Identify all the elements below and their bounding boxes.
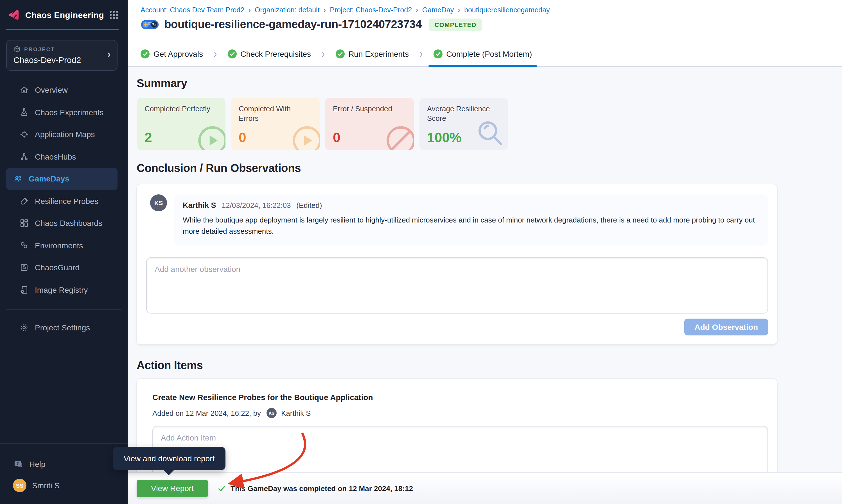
step-complete-icon (335, 50, 345, 58)
people-icon (13, 174, 23, 184)
sidebar-item-gamedays[interactable]: GameDays (6, 168, 118, 190)
sidebar-item-label: ChaosGuard (35, 263, 80, 272)
chevron-right-icon: › (416, 6, 418, 14)
scroll-area[interactable]: Summary Completed Perfectly 2 Completed … (128, 67, 842, 472)
sidebar-item-environments[interactable]: Environments (6, 234, 118, 256)
breadcrumb-project[interactable]: Project: Chaos-Dev-Prod2 (330, 6, 412, 14)
comment-body: While the boutique app deployment is lar… (183, 215, 756, 237)
chevron-right-icon: › (107, 48, 111, 61)
sidebar-item-label: Resilience Probes (35, 197, 99, 206)
breadcrumb-organization[interactable]: Organization: default (255, 6, 320, 14)
view-report-tooltip: View and download report (113, 447, 225, 470)
sidebar-item-resilience-probes[interactable]: Resilience Probes (6, 190, 118, 212)
hexagons-icon (19, 240, 29, 251)
summary-heading: Summary (137, 77, 833, 90)
play-circle-icon (289, 123, 320, 150)
main-content: Account: Chaos Dev Team Prod2 › Organiza… (128, 0, 842, 504)
stepper: Get Approvals › Check Prerequisites › Ru… (141, 41, 532, 66)
tab-label: Get Approvals (154, 50, 203, 58)
help-chat-icon: ? (13, 459, 23, 469)
image-registry-icon (19, 285, 29, 295)
flask-icon (19, 107, 29, 118)
add-observation-button[interactable]: Add Observation (684, 319, 768, 336)
view-report-button[interactable]: View Report (137, 480, 208, 497)
sidebar-item-label: Image Registry (35, 285, 88, 294)
step-complete-icon (433, 50, 442, 58)
sidebar-item-label: Chaos Experiments (35, 108, 103, 117)
add-action-item-input[interactable] (152, 426, 768, 472)
action-item-author-name: Karthik S (281, 409, 311, 417)
sidebar-item-chaos-dashboards[interactable]: Chaos Dashboards (6, 212, 118, 234)
sidebar-item-label: Chaos Dashboards (35, 219, 102, 228)
sidebar-item-project-settings[interactable]: Project Settings (6, 317, 118, 339)
summary-card-value: 2 (144, 130, 152, 145)
brand-accent-divider (6, 29, 119, 30)
module-grid-icon[interactable] (109, 10, 119, 20)
status-badge: COMPLETED (429, 18, 482, 31)
step-complete-icon (227, 50, 236, 58)
comment-timestamp: 12/03/2024, 16:22:03 (222, 201, 291, 210)
sidebar-divider (6, 309, 121, 309)
tab-run-experiments[interactable]: Run Experiments (335, 41, 409, 66)
add-observation-input[interactable] (146, 258, 768, 314)
comment-author-name: Karthik S (183, 201, 216, 210)
sidebar-item-label: ChaosHubs (35, 152, 76, 161)
home-icon (19, 85, 29, 95)
sidebar-item-label: Environments (35, 241, 83, 250)
tab-check-prerequisites[interactable]: Check Prerequisites (227, 41, 311, 66)
project-name: Chaos-Dev-Prod2 (14, 55, 110, 64)
sidebar-item-label: Application Maps (35, 130, 95, 139)
completion-status: This GameDay was completed on 12 Mar 202… (217, 484, 413, 492)
summary-cards: Completed Perfectly 2 Completed With Err… (137, 98, 833, 150)
action-items-card: Create New Resilience Probes for the Bou… (137, 379, 777, 472)
conclusion-heading: Conclusion / Run Observations (137, 162, 833, 175)
user-menu[interactable]: SS Smriti S (0, 475, 128, 496)
user-name: Smriti S (32, 481, 59, 490)
completion-text: This GameDay was completed on 12 Mar 202… (230, 484, 413, 492)
sidebar-bottom: ? Help SS Smriti S (0, 443, 128, 504)
sidebar-item-overview[interactable]: Overview (6, 79, 118, 101)
breadcrumb: Account: Chaos Dev Team Prod2 › Organiza… (141, 6, 842, 14)
project-selector[interactable]: PROJECT Chaos-Dev-Prod2 › (6, 40, 118, 71)
observation-comment: KS Karthik S 12/03/2024, 16:22:03 (Edite… (146, 194, 768, 246)
action-item-added-on: Added on 12 Mar 2024, 16:22, by (152, 409, 261, 417)
slash-circle-icon (384, 123, 414, 150)
action-items-heading: Action Items (137, 359, 833, 372)
tab-get-approvals[interactable]: Get Approvals (141, 41, 203, 66)
action-item-author-avatar: KS (266, 408, 277, 418)
sidebar-item-chaoshubs[interactable]: ChaosHubs (6, 145, 118, 168)
play-circle-icon (195, 123, 226, 150)
sidebar-item-chaosguard[interactable]: ChaosGuard (6, 256, 118, 279)
help-button[interactable]: ? Help (0, 453, 128, 475)
chevron-right-icon: › (248, 6, 251, 14)
help-label: Help (29, 460, 46, 469)
summary-card-label: Completed With Errors (239, 105, 305, 124)
magnifier-icon (474, 118, 505, 148)
gamepad-icon (141, 18, 159, 31)
tab-label: Run Experiments (348, 50, 409, 58)
target-icon (19, 129, 29, 140)
chevron-right-icon: › (323, 6, 326, 14)
brand-row: Chaos Engineering (0, 0, 128, 22)
tab-complete-post-mortem[interactable]: Complete (Post Mortem) (433, 41, 532, 66)
breadcrumb-gameday[interactable]: GameDay (422, 6, 454, 14)
sidebar-item-label: Overview (35, 86, 68, 95)
sidebar: Chaos Engineering PROJECT Chaos-Dev-Prod… (0, 0, 128, 504)
comment-edited-flag: (Edited) (296, 201, 322, 210)
sidebar-nav: Overview Chaos Experiments Application M… (0, 79, 128, 301)
app-window: Chaos Engineering PROJECT Chaos-Dev-Prod… (0, 0, 842, 504)
sidebar-item-label: GameDays (29, 175, 69, 183)
breadcrumb-gameday-name[interactable]: boutiqueresiliencegameday (464, 6, 550, 14)
title-row: boutique-resilience-gameday-run-17102407… (141, 18, 842, 31)
dashboard-icon (19, 218, 29, 229)
summary-card-completed-with-errors: Completed With Errors 0 (231, 98, 320, 150)
breadcrumb-account[interactable]: Account: Chaos Dev Team Prod2 (141, 6, 244, 14)
summary-card-label: Completed Perfectly (144, 105, 211, 114)
user-avatar: SS (13, 479, 27, 492)
sidebar-item-application-maps[interactable]: Application Maps (6, 123, 118, 145)
summary-card-value: 0 (239, 130, 246, 145)
sidebar-item-chaos-experiments[interactable]: Chaos Experiments (6, 101, 118, 123)
sidebar-item-image-registry[interactable]: Image Registry (6, 279, 118, 301)
summary-card-average-resilience-score: Average Resilience Score 100% (419, 98, 508, 150)
project-label: PROJECT (24, 46, 55, 52)
